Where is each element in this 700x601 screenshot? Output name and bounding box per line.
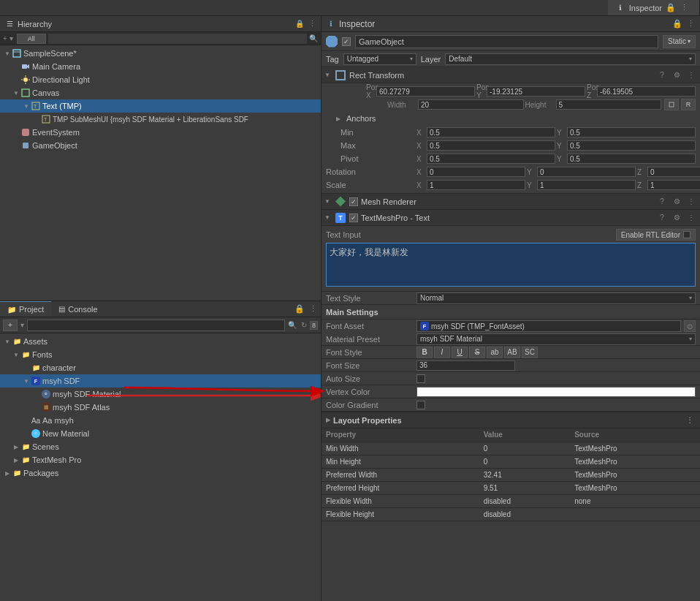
toolbar-arrow[interactable]: ▾ (20, 321, 24, 329)
asset-item-packages[interactable]: ▶ 📁 Packages (0, 466, 321, 480)
inspector-menu-icon[interactable]: ⋮ (685, 19, 696, 29)
anchors-header[interactable]: ▶ Anchors (322, 111, 700, 126)
hierarchy-item-label: EventSystem (32, 128, 80, 137)
layout-menu-icon[interactable]: ⋮ (684, 415, 696, 426)
arrow-down-icon[interactable]: ▾ (9, 34, 13, 42)
tmp-header[interactable]: ▼ T TextMeshPro - Text ? ⚙ ⋮ (322, 210, 700, 226)
tab-console[interactable]: ▤ Console (51, 301, 104, 317)
tab-project[interactable]: 📁 Project (0, 301, 51, 317)
asset-item-msyh-sdf[interactable]: ▼ F msyh SDF (0, 374, 321, 388)
font-size-input[interactable] (416, 360, 515, 371)
hierarchy-item-gameobject[interactable]: ▶ GameObject (0, 139, 321, 152)
max-y-input[interactable] (567, 140, 696, 151)
hierarchy-search-icon[interactable]: 🔍 (309, 34, 318, 42)
scale-y-input[interactable] (537, 180, 636, 190)
project-menu-icon[interactable]: ⋮ (308, 304, 318, 314)
asset-item-msyh-atlas[interactable]: ▶ ▦ msyh SDF Atlas (0, 401, 321, 414)
tag-dropdown[interactable]: Untagged ▾ (343, 53, 416, 65)
pos-z-input[interactable] (597, 86, 696, 97)
gameobject-name-input[interactable] (355, 35, 658, 48)
width-input[interactable] (418, 99, 524, 110)
material-preset-dropdown[interactable]: msyh SDF Material ▾ (416, 333, 696, 345)
min-x-input[interactable] (427, 127, 555, 137)
reset-btn[interactable]: R (681, 99, 696, 110)
layer-dropdown[interactable]: Default ▾ (445, 53, 696, 65)
smallcaps-btn[interactable]: SC (522, 347, 538, 358)
color-gradient-checkbox[interactable] (416, 401, 425, 409)
lock-icon[interactable]: 🔒 (666, 3, 676, 13)
hierarchy-item-event-system[interactable]: ▶ EventSystem (0, 126, 321, 139)
auto-size-checkbox[interactable] (416, 374, 425, 383)
scale-x-input[interactable] (427, 180, 525, 190)
all-filter-btn[interactable]: All (17, 34, 46, 44)
pivot-y-input[interactable] (567, 154, 696, 164)
mesh-settings-icon[interactable]: ⚙ (671, 196, 682, 208)
asset-item-new-material[interactable]: ▶ ⚬ New Material (0, 427, 321, 440)
hierarchy-item-sample-scene[interactable]: ▼ SampleScene* (0, 47, 321, 60)
rtl-checkbox[interactable] (683, 231, 691, 238)
mesh-menu-icon[interactable]: ⋮ (685, 196, 697, 208)
tmp-menu-icon[interactable]: ⋮ (685, 212, 697, 224)
mesh-renderer-checkbox[interactable] (349, 197, 358, 206)
tmp-help-icon[interactable]: ? (656, 212, 668, 224)
underline-btn[interactable]: U (452, 347, 468, 358)
height-input[interactable] (556, 99, 662, 110)
wh-link-btn[interactable] (664, 99, 679, 110)
hierarchy-item-dir-light[interactable]: ▶ Directional Light (0, 73, 321, 86)
pos-x-input[interactable] (376, 86, 475, 97)
hierarchy-menu-icon[interactable]: ⋮ (308, 19, 316, 29)
enable-rtl-btn[interactable]: Enable RTL Editor (616, 229, 696, 241)
hierarchy-item-tmp-submesh[interactable]: ▶ T TMP SubMeshUI {msyh SDF Material + L… (0, 113, 321, 126)
mesh-renderer-header[interactable]: ▼ Mesh Renderer ? ⚙ ⋮ (322, 194, 700, 210)
asset-item-scenes[interactable]: ▶ 📁 Scenes (0, 440, 321, 453)
hierarchy-item-main-camera[interactable]: ▶ Main Camera (0, 60, 321, 73)
hierarchy-item-text-tmp[interactable]: ▼ T Text (TMP) (0, 99, 321, 113)
static-button[interactable]: Static ▾ (663, 35, 696, 48)
tmp-checkbox[interactable] (349, 213, 358, 222)
bold-btn[interactable]: B (416, 347, 433, 358)
strikethrough-btn[interactable]: S (469, 347, 485, 358)
hierarchy-lock-icon[interactable]: 🔒 (295, 20, 304, 28)
gameobject-active-checkbox[interactable] (342, 37, 351, 46)
asset-item-aa-msyh[interactable]: ▶ Aa Aa msyh (0, 414, 321, 427)
font-asset-target-btn[interactable]: ⊙ (684, 320, 696, 332)
min-y-input[interactable] (567, 127, 696, 137)
inspector-tab[interactable]: ℹ Inspector 🔒 ⋮ (608, 0, 700, 15)
project-search-input[interactable] (27, 320, 285, 331)
mesh-help-icon[interactable]: ? (656, 196, 668, 208)
text-style-dropdown[interactable]: Normal ▾ (416, 292, 696, 304)
add-asset-btn[interactable]: + (3, 320, 18, 331)
pos-y-input[interactable] (487, 86, 585, 97)
menu-icon[interactable]: ⋮ (679, 3, 689, 13)
rect-help-icon[interactable]: ? (656, 69, 668, 81)
text-content-area[interactable]: 大家好，我是林新发 (326, 243, 696, 287)
scale-z-input[interactable] (647, 180, 700, 190)
italic-btn[interactable]: I (434, 347, 450, 358)
rot-x-input[interactable] (427, 167, 525, 177)
vertex-color-field[interactable] (416, 387, 696, 397)
plus-icon[interactable]: + (3, 34, 7, 42)
project-lock-icon[interactable]: 🔒 (294, 304, 305, 314)
scale-label: Scale (326, 181, 414, 189)
lowercase-btn[interactable]: ab (487, 347, 503, 358)
refresh-icon[interactable]: ↻ (301, 321, 307, 329)
inspector-lock-icon[interactable]: 🔒 (672, 19, 682, 29)
hierarchy-item-canvas[interactable]: ▼ Canvas (0, 86, 321, 99)
hierarchy-search-input[interactable] (48, 34, 307, 44)
rot-y-input[interactable] (537, 167, 636, 177)
vertex-color-label: Vertex Color (326, 388, 414, 396)
uppercase-btn[interactable]: AB (504, 347, 520, 358)
asset-item-assets[interactable]: ▼ 📁 Assets (0, 335, 321, 348)
project-search-icon[interactable]: 🔍 (288, 321, 297, 329)
rect-transform-header[interactable]: ▼ Rect Transform ? ⚙ ⋮ (322, 67, 700, 83)
rect-menu-icon[interactable]: ⋮ (685, 69, 697, 81)
asset-item-character[interactable]: ▶ 📁 character (0, 361, 321, 374)
rot-z-input[interactable] (647, 167, 700, 177)
asset-item-fonts[interactable]: ▼ 📁 Fonts (0, 348, 321, 361)
pivot-x-input[interactable] (427, 154, 555, 164)
max-x-input[interactable] (427, 140, 555, 151)
rect-settings-icon[interactable]: ⚙ (671, 69, 682, 81)
asset-item-msyh-material[interactable]: ▶ ⚬ msyh SDF Material (0, 388, 321, 401)
asset-item-textmesh-pro[interactable]: ▶ 📁 TextMesh Pro (0, 453, 321, 466)
tmp-settings-icon[interactable]: ⚙ (671, 212, 682, 224)
